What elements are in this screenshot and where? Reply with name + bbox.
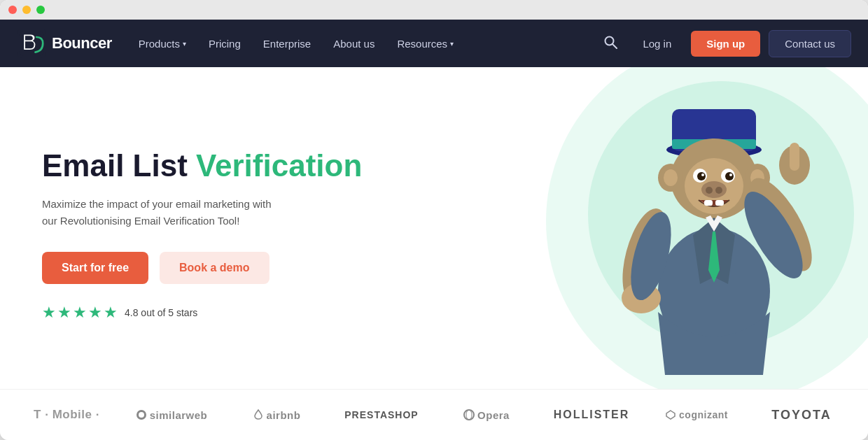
brand-icon: [17, 29, 46, 58]
brand-toyota: TOYOTA: [749, 408, 854, 423]
gorilla-character: [602, 81, 826, 375]
svg-point-14: [701, 181, 727, 198]
hero-right: [451, 67, 868, 389]
hero-section: Email List Verification Maximize the imp…: [0, 67, 868, 389]
hero-title: Email List Verification: [42, 148, 451, 184]
search-icon[interactable]: [598, 29, 623, 58]
hero-buttons: Start for free Book a demo: [42, 252, 451, 284]
svg-point-32: [139, 412, 144, 418]
hero-left: Email List Verification Maximize the imp…: [0, 67, 451, 389]
svg-point-10: [697, 172, 706, 180]
app-window: Bouncer Products ▾ Pricing Enterprise Ab…: [0, 0, 868, 440]
navbar: Bouncer Products ▾ Pricing Enterprise Ab…: [0, 20, 868, 67]
brand-hollister: HOLLISTER: [539, 409, 644, 421]
svg-point-20: [664, 169, 678, 186]
svg-point-11: [725, 172, 734, 180]
brand-airbnb: airbnb: [224, 409, 329, 421]
brand-prestashop: PRESTASHOP: [329, 409, 434, 420]
titlebar: [0, 0, 868, 20]
minimize-dot[interactable]: [22, 6, 31, 14]
svg-marker-35: [666, 411, 675, 419]
svg-point-33: [464, 410, 474, 420]
brand[interactable]: Bouncer: [17, 29, 112, 58]
close-dot[interactable]: [8, 6, 17, 14]
svg-point-34: [466, 410, 472, 420]
chevron-down-icon: ▾: [450, 40, 454, 48]
rating-text: 4.8 out of 5 stars: [125, 307, 197, 318]
brands-bar: T · Mobile · similarweb airbnb PRESTASHO…: [0, 389, 868, 440]
nav-right: Log in Sign up Contact us: [598, 29, 851, 58]
nav-item-pricing[interactable]: Pricing: [199, 32, 251, 55]
svg-rect-26: [790, 143, 799, 171]
brand-opera: Opera: [434, 409, 539, 421]
maximize-dot[interactable]: [36, 6, 45, 14]
chevron-down-icon: ▾: [183, 40, 186, 48]
contact-button[interactable]: Contact us: [769, 30, 851, 57]
stars-row: ★★★★★ 4.8 out of 5 stars: [42, 304, 451, 322]
nav-item-products[interactable]: Products ▾: [129, 32, 196, 55]
svg-point-12: [701, 173, 704, 176]
star-rating: ★★★★★: [42, 304, 119, 322]
hero-title-green: Verification: [196, 148, 362, 183]
brand-tmobile: T · Mobile ·: [14, 408, 119, 422]
svg-rect-18: [715, 200, 724, 206]
nav-item-resources[interactable]: Resources ▾: [387, 32, 463, 55]
brand-name: Bouncer: [52, 34, 112, 52]
nav-items: Products ▾ Pricing Enterprise About us R…: [129, 32, 598, 55]
svg-point-16: [715, 187, 722, 194]
nav-item-enterprise[interactable]: Enterprise: [253, 32, 321, 55]
login-button[interactable]: Log in: [631, 32, 682, 55]
svg-line-2: [612, 44, 617, 48]
book-demo-button[interactable]: Book a demo: [160, 252, 269, 284]
svg-rect-17: [704, 200, 713, 206]
hero-subtitle: Maximize the impact of your email market…: [42, 196, 280, 229]
start-free-button[interactable]: Start for free: [42, 252, 148, 284]
svg-point-13: [729, 173, 732, 176]
signup-button[interactable]: Sign up: [691, 31, 760, 57]
brand-similarweb: similarweb: [119, 409, 224, 421]
svg-point-15: [706, 187, 713, 194]
nav-item-about[interactable]: About us: [323, 32, 384, 55]
brand-cognizant: cognizant: [644, 409, 749, 420]
hero-title-black: Email List: [42, 148, 196, 183]
